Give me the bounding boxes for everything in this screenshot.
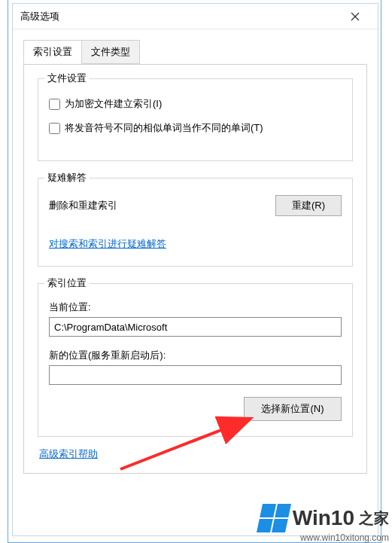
troubleshoot-title: 疑难解答 — [44, 171, 90, 185]
tab-bar: 索引设置 文件类型 — [23, 40, 367, 65]
close-button[interactable] — [340, 6, 370, 27]
close-icon — [351, 12, 360, 21]
tab-panel-index-settings: 文件设置 为加密文件建立索引(I) 将发音符号不同的相似单词当作不同的单词(T)… — [23, 64, 367, 474]
tab-index-settings[interactable]: 索引设置 — [23, 40, 82, 64]
diacritic-label: 将发音符号不同的相似单词当作不同的单词(T) — [65, 121, 263, 135]
advanced-index-help-link[interactable]: 高级索引帮助 — [39, 448, 98, 459]
current-location-label: 当前位置: — [49, 300, 342, 314]
index-location-title: 索引位置 — [44, 276, 90, 290]
file-settings-title: 文件设置 — [44, 72, 90, 85]
diacritic-checkbox[interactable] — [49, 123, 60, 134]
current-location-field[interactable] — [49, 317, 342, 337]
dialog-title: 高级选项 — [20, 10, 59, 23]
new-location-label: 新的位置(服务重新启动后): — [49, 349, 342, 362]
new-location-field[interactable] — [49, 365, 342, 385]
diacritic-checkbox-row: 将发音符号不同的相似单词当作不同的单词(T) — [49, 121, 342, 135]
index-location-group: 索引位置 当前位置: 新的位置(服务重新启动后): 选择新位置(N) — [38, 283, 353, 437]
encrypted-checkbox[interactable] — [49, 99, 60, 110]
titlebar: 高级选项 — [13, 4, 378, 29]
troubleshoot-desc: 删除和重建索引 — [49, 199, 117, 212]
tab-file-types[interactable]: 文件类型 — [81, 40, 140, 64]
rebuild-button[interactable]: 重建(R) — [275, 195, 342, 216]
file-settings-group: 文件设置 为加密文件建立索引(I) 将发音符号不同的相似单词当作不同的单词(T) — [38, 78, 353, 161]
select-new-location-button[interactable]: 选择新位置(N) — [244, 397, 342, 421]
advanced-options-dialog: 高级选项 索引设置 文件类型 文件设置 为加密文件建立索引(I) — [12, 3, 378, 536]
troubleshoot-link[interactable]: 对搜索和索引进行疑难解答 — [49, 238, 166, 249]
dialog-content: 索引设置 文件类型 文件设置 为加密文件建立索引(I) 将发音符号不同的相似单词… — [13, 29, 378, 481]
encrypted-label: 为加密文件建立索引(I) — [65, 97, 162, 111]
encrypted-checkbox-row: 为加密文件建立索引(I) — [49, 97, 342, 111]
troubleshoot-group: 疑难解答 删除和重建索引 重建(R) 对搜索和索引进行疑难解答 — [38, 178, 353, 267]
